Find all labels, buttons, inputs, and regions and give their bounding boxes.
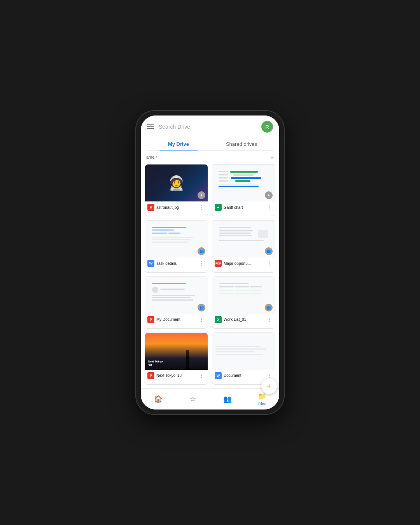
file-type-icon: W: [215, 372, 222, 379]
file-thumbnail: ★: [212, 164, 275, 201]
avatar[interactable]: R: [261, 121, 273, 133]
file-type-icon: 🖼: [147, 204, 154, 211]
file-grid: ★ 🖼 astronaut.jpg ⋮: [141, 162, 279, 388]
file-thumbnail: 👥: [145, 277, 208, 314]
fab-new[interactable]: +: [261, 378, 277, 394]
file-type-icon: PDF: [215, 260, 222, 267]
star-icon: ☆: [190, 395, 196, 403]
svg-text:🖼: 🖼: [150, 206, 152, 209]
search-input[interactable]: Search Drive: [159, 124, 257, 130]
file-type-icon: +: [215, 204, 222, 211]
fab-plus-icon: +: [267, 381, 272, 391]
files-label: Files: [258, 402, 266, 406]
more-options-icon[interactable]: ⋮: [266, 373, 273, 379]
file-thumbnail: 👥: [212, 277, 275, 314]
file-name: Major opportu...: [224, 261, 264, 266]
nav-shared[interactable]: 👥: [210, 395, 245, 403]
file-name: Gantt chart: [224, 205, 264, 210]
file-type-icon: P: [147, 372, 154, 379]
menu-icon[interactable]: [147, 124, 154, 129]
sort-bar: ame ↑ ≡: [141, 150, 279, 162]
nav-home[interactable]: 🏠: [141, 395, 175, 403]
search-row: Search Drive R: [147, 121, 273, 133]
star-badge: ★: [198, 191, 205, 199]
file-type-icon: P: [147, 316, 154, 323]
shared-icon: 👥: [223, 395, 232, 403]
nav-starred[interactable]: ☆: [175, 395, 210, 403]
shared-badge: 👥: [265, 304, 273, 312]
file-thumbnail: [212, 333, 275, 370]
file-card[interactable]: 👥 X Work List_01 ⋮: [212, 276, 275, 329]
top-bar: Search Drive R My Drive Shared drives: [141, 116, 279, 150]
file-info: X Work List_01 ⋮: [212, 314, 275, 326]
nav-files[interactable]: 📁 Files: [245, 392, 279, 406]
tokyo-label: Next Tokyo'18: [148, 360, 163, 367]
file-name: Document: [224, 373, 264, 378]
more-options-icon[interactable]: ⋮: [198, 204, 205, 210]
shared-badge: 👥: [198, 304, 205, 312]
file-info: W Task details ⋮: [145, 257, 208, 269]
file-name: astronaut.jpg: [156, 205, 196, 210]
file-thumbnail: Next Tokyo'18: [145, 333, 208, 370]
file-card[interactable]: ★ 🖼 astronaut.jpg ⋮: [145, 164, 208, 216]
tab-my-drive[interactable]: My Drive: [147, 137, 210, 150]
file-type-icon: W: [147, 260, 154, 267]
bottom-nav: 🏠 ☆ 👥 📁 Files: [141, 388, 279, 410]
file-card[interactable]: 👥 P My Document ⋮: [145, 276, 208, 329]
file-card[interactable]: ★ + Gantt chart ⋮: [212, 164, 275, 216]
file-name: My Document: [156, 317, 196, 322]
file-thumbnail: ★: [145, 164, 208, 201]
file-info: 🖼 astronaut.jpg ⋮: [145, 201, 208, 213]
star-badge: ★: [265, 191, 273, 199]
file-info: + Gantt chart ⋮: [212, 201, 275, 213]
more-options-icon[interactable]: ⋮: [266, 204, 273, 210]
file-card[interactable]: 👥 PDF Major opportu... ⋮: [212, 220, 275, 272]
tab-shared-drives[interactable]: Shared drives: [210, 137, 273, 150]
file-card[interactable]: Next Tokyo'18 P Next Tokyo '18 ⋮: [145, 332, 208, 385]
more-options-icon[interactable]: ⋮: [198, 373, 205, 379]
sort-arrow: ↑: [156, 155, 158, 159]
files-icon: 📁: [258, 392, 266, 401]
file-info: P My Document ⋮: [145, 314, 208, 326]
file-card[interactable]: 👥 W Task details ⋮: [145, 220, 208, 272]
shared-badge: 👥: [198, 247, 205, 255]
file-name: Work List_01: [224, 317, 264, 322]
file-info: P Next Tokyo '18 ⋮: [145, 370, 208, 382]
more-options-icon[interactable]: ⋮: [266, 260, 273, 266]
file-name: Task details: [156, 261, 196, 266]
phone-frame: Search Drive R My Drive Shared drives am…: [136, 111, 284, 414]
more-options-icon[interactable]: ⋮: [198, 317, 205, 323]
list-view-icon[interactable]: ≡: [270, 154, 274, 160]
shared-badge: 👥: [265, 247, 273, 255]
sort-name-partial: ame: [146, 155, 154, 159]
phone-screen: Search Drive R My Drive Shared drives am…: [141, 116, 279, 410]
file-thumbnail: 👥: [145, 220, 208, 257]
file-card[interactable]: W Document ⋮: [212, 332, 275, 385]
home-icon: 🏠: [154, 395, 163, 403]
file-info: PDF Major opportu... ⋮: [212, 257, 275, 269]
file-type-icon: X: [215, 316, 222, 323]
tabs: My Drive Shared drives: [147, 137, 273, 150]
more-options-icon[interactable]: ⋮: [266, 317, 273, 323]
more-options-icon[interactable]: ⋮: [198, 260, 205, 266]
file-thumbnail: 👥: [212, 220, 275, 257]
sort-label[interactable]: ame ↑: [146, 155, 158, 159]
file-name: Next Tokyo '18: [156, 373, 196, 378]
